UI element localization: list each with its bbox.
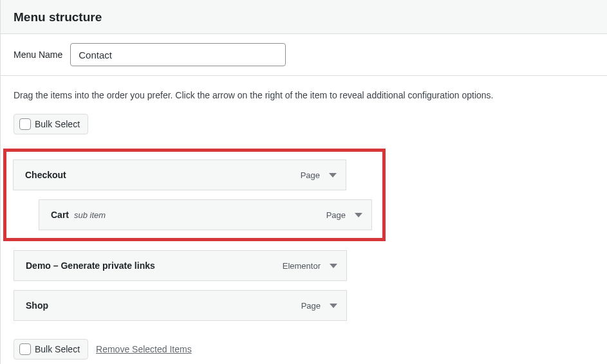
chevron-down-icon[interactable] xyxy=(329,173,337,177)
chevron-down-icon[interactable] xyxy=(330,304,337,308)
menu-item-demo-generate-private-links[interactable]: Demo – Generate private links Elementor xyxy=(14,250,347,281)
panel-header: Menu structure xyxy=(1,0,607,33)
chevron-down-icon[interactable] xyxy=(330,264,337,268)
menu-structure-panel: Menu structure Menu Name Drag the items … xyxy=(0,0,607,364)
bulk-row-bottom: Bulk Select Remove Selected Items xyxy=(14,339,594,359)
highlight-box: Checkout Page Cart sub item Page xyxy=(3,149,386,241)
menu-name-input[interactable] xyxy=(70,43,286,66)
menu-item-right: Page xyxy=(301,301,337,311)
bulk-select-checkbox-icon xyxy=(19,343,31,355)
panel-body: Menu Name Drag the items into the order … xyxy=(1,33,607,364)
menu-item-left: Shop xyxy=(26,300,48,311)
menu-name-row: Menu Name xyxy=(1,34,607,76)
bulk-select-button-top[interactable]: Bulk Select xyxy=(14,114,88,134)
menu-item-type: Page xyxy=(301,301,321,311)
menu-item-type: Elementor xyxy=(283,261,321,271)
menu-item-type: Page xyxy=(326,210,346,220)
menu-items-rest: Demo – Generate private links Elementor … xyxy=(14,250,594,321)
menu-item-right: Page xyxy=(301,170,337,180)
menu-item-left: Demo – Generate private links xyxy=(26,260,155,271)
chevron-down-icon[interactable] xyxy=(355,213,362,217)
bulk-row-top: Bulk Select xyxy=(14,114,594,134)
panel-title: Menu structure xyxy=(14,10,594,24)
remove-selected-link[interactable]: Remove Selected Items xyxy=(96,344,192,354)
content-area: Drag the items into the order you prefer… xyxy=(1,76,607,364)
bulk-select-label: Bulk Select xyxy=(35,119,80,129)
menu-item-right: Elementor xyxy=(283,261,337,271)
menu-item-title: Shop xyxy=(26,300,48,311)
menu-item-type: Page xyxy=(301,170,320,180)
menu-name-label: Menu Name xyxy=(14,50,62,60)
menu-item-left: Checkout xyxy=(25,170,66,180)
instructions-text: Drag the items into the order you prefer… xyxy=(14,89,594,102)
menu-item-cart[interactable]: Cart sub item Page xyxy=(39,199,372,230)
menu-item-left: Cart sub item xyxy=(51,210,106,220)
menu-item-subnote: sub item xyxy=(74,210,106,220)
bulk-select-checkbox-icon xyxy=(19,118,31,130)
menu-item-shop[interactable]: Shop Page xyxy=(14,290,347,321)
menu-item-title: Demo – Generate private links xyxy=(26,260,155,271)
bulk-select-label: Bulk Select xyxy=(35,344,80,354)
bulk-select-button-bottom[interactable]: Bulk Select xyxy=(14,339,88,359)
menu-item-checkout[interactable]: Checkout Page xyxy=(13,159,346,190)
menu-item-title: Cart xyxy=(51,210,69,220)
menu-item-right: Page xyxy=(326,210,362,220)
menu-item-title: Checkout xyxy=(25,170,66,180)
